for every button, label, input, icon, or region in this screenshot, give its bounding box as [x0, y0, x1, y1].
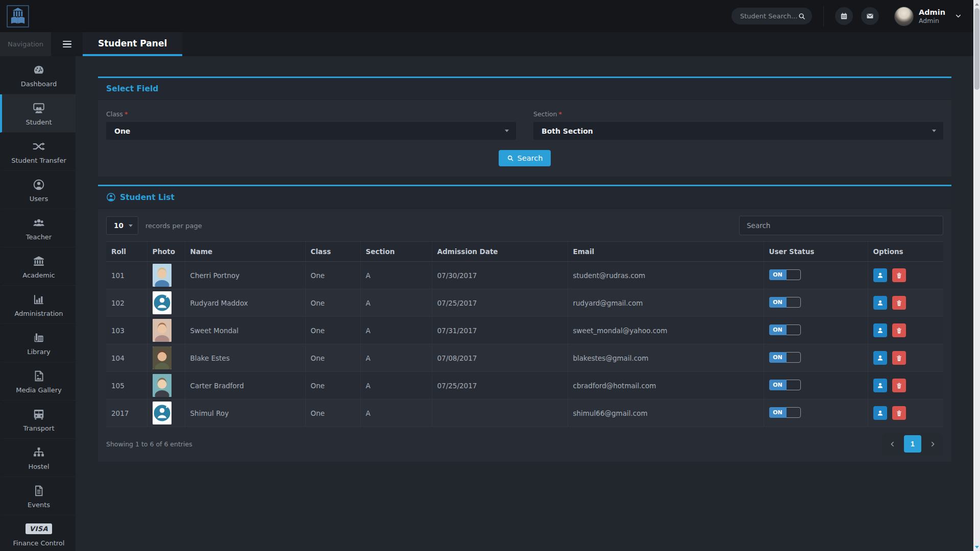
scrollbar-thumb[interactable]	[974, 8, 979, 90]
sidebar-item-label: Media Gallery	[16, 386, 61, 394]
sidebar-item-label: Academic	[22, 271, 55, 279]
student-search-input[interactable]	[740, 12, 798, 20]
next-page-button[interactable]	[927, 439, 938, 449]
page-1-button[interactable]: 1	[904, 435, 921, 453]
sidebar-item-label: Users	[30, 195, 48, 203]
user-menu[interactable]: Admin Admin	[894, 7, 962, 26]
app-logo-icon[interactable]	[6, 5, 30, 28]
email-cell: student@rudras.com	[568, 262, 764, 289]
sidebar-item-events[interactable]: Events	[0, 477, 76, 515]
admission-date-cell: 07/08/2017	[432, 344, 568, 372]
sidebar-item-label: Transport	[23, 424, 54, 432]
section-cell: A	[360, 372, 432, 399]
user-status-cell: ON	[764, 262, 868, 289]
page-scrollbar[interactable]	[973, 0, 980, 551]
view-user-button[interactable]	[873, 406, 887, 420]
roll-cell: 103	[106, 317, 147, 344]
chevron-down-icon[interactable]	[954, 12, 962, 20]
column-header-photo[interactable]: Photo	[147, 242, 185, 262]
user-name: Admin	[919, 8, 945, 17]
search-icon[interactable]	[798, 12, 806, 20]
user-status-toggle[interactable]: ON	[769, 380, 801, 390]
topbar-actions: Admin Admin	[731, 6, 962, 27]
user-status-toggle[interactable]: ON	[769, 269, 801, 280]
column-header-options[interactable]: Options	[868, 242, 943, 262]
sidebar-item-library[interactable]: Library	[0, 324, 76, 362]
photo-cell	[147, 317, 185, 344]
academic-icon	[32, 254, 45, 268]
column-header-name[interactable]: Name	[185, 242, 305, 262]
roll-cell: 2017	[106, 399, 147, 427]
view-user-button[interactable]	[873, 379, 887, 392]
sidebar-item-transport[interactable]: Transport	[0, 400, 76, 439]
sidebar-item-teacher[interactable]: Teacher	[0, 209, 76, 247]
sidebar-item-student-transfer[interactable]: Student Transfer	[0, 133, 76, 171]
toggle-on-label: ON	[769, 269, 787, 280]
user-status-toggle[interactable]: ON	[769, 324, 801, 335]
tab-student-panel[interactable]: Student Panel	[83, 32, 182, 56]
class-select[interactable]: One	[106, 122, 516, 140]
sidebar-item-dashboard[interactable]: Dashboard	[0, 56, 76, 94]
options-cell	[868, 317, 943, 344]
scrollbar-down-arrow-icon[interactable]	[973, 543, 980, 551]
sidebar-item-label: Student	[26, 118, 52, 126]
search-button[interactable]: Search	[499, 150, 551, 166]
column-header-email[interactable]: Email	[568, 242, 764, 262]
column-header-roll[interactable]: Roll	[106, 242, 147, 262]
messages-button[interactable]	[861, 7, 879, 25]
select-field-card: Select Field Class* One Section* Both Se…	[98, 77, 951, 177]
sidebar-item-academic[interactable]: Academic	[0, 247, 76, 286]
table-search-input[interactable]	[739, 216, 943, 235]
delete-button[interactable]	[892, 406, 906, 420]
view-user-button[interactable]	[873, 351, 887, 365]
email-cell: blakestes@gmail.com	[568, 344, 764, 372]
class-label: Class*	[106, 110, 516, 118]
records-per-page-select[interactable]: 10	[106, 216, 138, 235]
view-user-button[interactable]	[873, 268, 887, 282]
sidebar-item-finance-control[interactable]: VISA Finance Control	[0, 515, 76, 551]
records-per-page-value: 10	[114, 221, 124, 230]
view-user-button[interactable]	[873, 296, 887, 310]
admission-date-cell: 07/25/2017	[432, 289, 568, 317]
column-header-user-status[interactable]: User Status	[764, 242, 868, 262]
column-header-admission-date[interactable]: Admission Date	[432, 242, 568, 262]
user-status-toggle[interactable]: ON	[769, 352, 801, 363]
options-cell	[868, 262, 943, 289]
name-cell: Shimul Roy	[185, 399, 305, 427]
sidebar-item-media-gallery[interactable]: Media Gallery	[0, 362, 76, 400]
toggle-on-label: ON	[769, 297, 787, 308]
delete-button[interactable]	[892, 268, 906, 282]
delete-button[interactable]	[892, 379, 906, 392]
user-status-toggle[interactable]: ON	[769, 407, 801, 418]
section-select[interactable]: Both Section	[533, 122, 943, 140]
person-icon	[876, 354, 884, 362]
previous-page-button[interactable]	[887, 439, 898, 449]
email-cell: cbradford@hotmail.com	[568, 372, 764, 399]
scrollbar-up-arrow-icon[interactable]	[973, 0, 980, 8]
sidebar-item-users[interactable]: Users	[0, 171, 76, 209]
column-header-class[interactable]: Class	[305, 242, 360, 262]
user-status-toggle[interactable]: ON	[769, 297, 801, 308]
admission-date-cell	[432, 399, 568, 427]
sidebar: Dashboard Student Student Transfer Users…	[0, 56, 76, 551]
delete-button[interactable]	[892, 351, 906, 365]
table-row: 105 Carter Bradford One A 07/25/2017 cbr…	[106, 372, 943, 399]
section-cell: A	[360, 344, 432, 372]
student-list-card-header: Student List	[98, 186, 951, 209]
sidebar-item-student[interactable]: Student	[0, 94, 76, 133]
menu-toggle-button[interactable]	[51, 32, 83, 56]
name-cell: Carter Bradford	[185, 372, 305, 399]
delete-button[interactable]	[892, 296, 906, 310]
sidebar-item-administration[interactable]: Administration	[0, 286, 76, 324]
calendar-button[interactable]	[835, 7, 853, 25]
column-header-section[interactable]: Section	[360, 242, 432, 262]
student-search-box	[731, 8, 812, 24]
section-cell: A	[360, 317, 432, 344]
delete-button[interactable]	[892, 323, 906, 337]
student-photo	[153, 264, 172, 287]
person-icon	[876, 409, 884, 417]
table-row: 2017 Shimul Roy One A shimul66@gmail.com…	[106, 399, 943, 427]
sidebar-item-hostel[interactable]: Hostel	[0, 439, 76, 477]
sidebar-item-label: Dashboard	[21, 80, 57, 88]
view-user-button[interactable]	[873, 323, 887, 337]
